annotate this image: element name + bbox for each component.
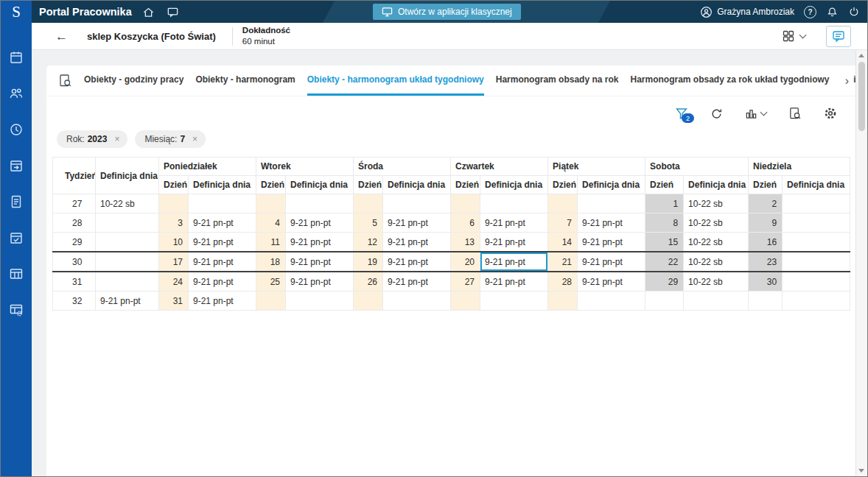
day-definition-cell[interactable]	[783, 252, 850, 272]
day-number-cell[interactable]: 12	[354, 233, 383, 252]
day-number-cell[interactable]: 19	[354, 252, 383, 272]
messages-button[interactable]	[167, 6, 179, 18]
day-definition-cell[interactable]: 10-22 sb	[684, 213, 749, 233]
day-definition-cell[interactable]	[286, 194, 354, 213]
day-definition-cell[interactable]: 9-21 pn-pt	[578, 272, 645, 292]
day-number-cell[interactable]	[548, 194, 578, 213]
week-definition-cell[interactable]	[96, 272, 159, 292]
day-definition-cell[interactable]	[578, 292, 645, 311]
open-classic-app-button[interactable]: Otwórz w aplikacji klasycznej	[373, 4, 521, 20]
day-number-cell[interactable]: 20	[451, 252, 480, 272]
day-definition-cell[interactable]: 9-21 pn-pt	[383, 213, 451, 233]
remove-filter-icon[interactable]: ×	[192, 135, 197, 144]
tab-obiekty-harmonogram-układ-tygodniowy[interactable]: Obiekty - harmonogram układ tygodniowy	[307, 66, 484, 96]
week-number-cell[interactable]: 32	[53, 292, 96, 311]
day-number-cell[interactable]: 15	[645, 233, 684, 252]
day-definition-cell[interactable]: 9-21 pn-pt	[286, 252, 354, 272]
day-number-cell[interactable]: 7	[548, 213, 578, 233]
chart-view-button[interactable]	[745, 107, 766, 120]
day-definition-cell[interactable]: 9-21 pn-pt	[383, 252, 451, 272]
day-definition-cell[interactable]	[286, 292, 354, 311]
week-definition-cell[interactable]	[96, 233, 159, 252]
day-number-cell[interactable]: 21	[548, 252, 578, 272]
day-number-cell[interactable]: 8	[645, 213, 684, 233]
day-definition-cell[interactable]: 9-21 pn-pt	[189, 252, 256, 272]
sidebar-item-planning[interactable]	[8, 266, 24, 282]
back-button[interactable]: ←	[55, 30, 68, 43]
day-number-cell[interactable]: 29	[645, 272, 684, 292]
day-definition-cell[interactable]	[480, 292, 548, 311]
day-number-cell[interactable]: 6	[451, 213, 480, 233]
refresh-button[interactable]	[710, 107, 723, 120]
day-definition-cell[interactable]: 9-21 pn-pt	[480, 213, 548, 233]
day-number-cell[interactable]: 11	[256, 233, 286, 252]
day-number-cell[interactable]	[548, 292, 578, 311]
day-definition-cell[interactable]: 9-21 pn-pt	[286, 272, 354, 292]
day-definition-cell[interactable]: 9-21 pn-pt	[578, 213, 645, 233]
day-definition-cell[interactable]: 9-21 pn-pt	[286, 233, 354, 252]
logout-button[interactable]	[848, 6, 860, 18]
day-number-cell[interactable]	[451, 194, 480, 213]
day-definition-cell[interactable]	[383, 194, 451, 213]
day-definition-cell[interactable]: 9-21 pn-pt	[383, 233, 451, 252]
day-number-cell[interactable]	[354, 194, 383, 213]
week-number-cell[interactable]: 27	[53, 194, 96, 213]
day-definition-cell[interactable]	[783, 213, 850, 233]
tab-obiekty-godziny-pracy[interactable]: Obiekty - godziny pracy	[84, 66, 183, 96]
notifications-button[interactable]	[826, 6, 839, 18]
tab-harmonogram-obsady-na-rok[interactable]: Harmonogram obsady na rok	[496, 66, 619, 96]
day-number-cell[interactable]	[749, 292, 783, 311]
day-definition-cell[interactable]: 9-21 pn-pt	[189, 233, 256, 252]
day-definition-cell[interactable]	[783, 233, 850, 252]
day-number-cell[interactable]: 17	[159, 252, 189, 272]
day-number-cell[interactable]: 30	[749, 272, 783, 292]
remove-filter-icon[interactable]: ×	[114, 135, 119, 144]
day-definition-cell[interactable]: 10-22 sb	[684, 233, 749, 252]
feedback-button[interactable]	[826, 26, 851, 47]
layout-switch-button[interactable]	[782, 29, 805, 43]
day-number-cell[interactable]: 9	[749, 213, 783, 233]
day-number-cell[interactable]: 23	[749, 252, 783, 272]
day-number-cell[interactable]: 10	[159, 233, 189, 252]
day-number-cell[interactable]: 26	[354, 272, 383, 292]
day-number-cell[interactable]: 13	[451, 233, 480, 252]
tabs-overflow-button[interactable]: ›	[841, 66, 853, 96]
day-definition-cell[interactable]	[480, 194, 548, 213]
day-definition-cell[interactable]: 9-21 pn-pt	[189, 272, 256, 292]
day-definition-cell[interactable]: 10-22 sb	[684, 252, 749, 272]
day-definition-cell[interactable]	[684, 292, 749, 311]
day-number-cell[interactable]: 28	[548, 272, 578, 292]
day-number-cell[interactable]	[256, 194, 286, 213]
sidebar-item-approvals[interactable]	[8, 230, 24, 246]
day-definition-cell[interactable]: 9-21 pn-pt	[286, 213, 354, 233]
week-definition-cell[interactable]	[96, 252, 159, 272]
tab-obiekty-harmonogram[interactable]: Obiekty - harmonogram	[195, 66, 295, 96]
week-definition-cell[interactable]: 10-22 sb	[96, 194, 159, 213]
day-definition-cell[interactable]	[189, 194, 256, 213]
week-number-cell[interactable]: 28	[53, 213, 96, 233]
day-number-cell[interactable]: 16	[749, 233, 783, 252]
scrollbar-thumb[interactable]	[858, 62, 865, 131]
day-number-cell[interactable]: 18	[256, 252, 286, 272]
filter-chip[interactable]: Rok:2023×	[57, 130, 127, 148]
day-number-cell[interactable]	[645, 292, 684, 311]
day-number-cell[interactable]	[159, 194, 189, 213]
day-number-cell[interactable]: 24	[159, 272, 189, 292]
sidebar-item-time[interactable]	[8, 121, 24, 138]
week-number-cell[interactable]: 29	[53, 233, 96, 252]
day-number-cell[interactable]: 3	[159, 213, 189, 233]
day-number-cell[interactable]: 5	[354, 213, 383, 233]
home-button[interactable]	[142, 6, 155, 18]
search-in-grid-button[interactable]	[788, 107, 802, 120]
search-document-icon[interactable]	[58, 74, 72, 88]
day-definition-cell[interactable]	[783, 194, 850, 213]
vertical-scrollbar[interactable]	[855, 50, 867, 476]
filter-button[interactable]: 2	[675, 107, 688, 120]
day-number-cell[interactable]	[354, 292, 383, 311]
day-definition-cell[interactable]: 10-22 sb	[684, 272, 749, 292]
user-menu[interactable]: Grażyna Ambroziak	[700, 6, 794, 18]
day-number-cell[interactable]	[256, 292, 286, 311]
sidebar-item-employees[interactable]	[8, 85, 24, 102]
settings-button[interactable]	[824, 107, 837, 120]
scroll-up-arrow-icon[interactable]	[858, 54, 864, 57]
